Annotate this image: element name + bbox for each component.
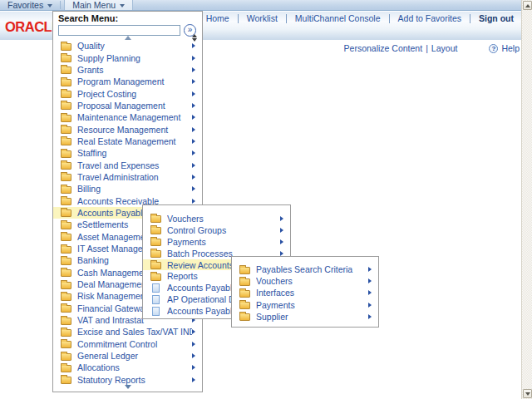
header-link-add-to-favorites[interactable]: Add to Favorites (398, 13, 461, 23)
page-icon (152, 283, 160, 293)
folder-icon (61, 209, 71, 217)
page-icon (152, 307, 160, 316)
menu-item-label: Maintenance Management (77, 112, 192, 122)
submenu-arrow-icon (192, 365, 195, 370)
folder-icon (61, 377, 71, 384)
scroll-down-button[interactable] (523, 389, 532, 398)
menu-item[interactable]: Staffing (53, 147, 202, 159)
personalize-content-link[interactable]: Personalize Content (344, 43, 423, 53)
submenu-arrow-icon (192, 175, 195, 180)
folder-icon (61, 102, 71, 110)
submenu-arrow-icon (192, 103, 195, 108)
menu-item[interactable]: General Ledger (53, 350, 202, 362)
menu-item[interactable]: Real Estate Management (53, 135, 202, 147)
review-accounts-payable-submenu: Payables Search CriteriaVouchersInterfac… (231, 256, 379, 328)
header-link-sign-out[interactable]: Sign out (479, 13, 514, 23)
folder-icon (61, 318, 71, 325)
peoplesoft-window: ORACLE HomeWorklistMultiChannel ConsoleA… (0, 0, 532, 399)
help-link[interactable]: ? Help (489, 43, 520, 53)
menu-item[interactable]: Excise and Sales Tax/VAT IND (53, 326, 202, 337)
menu-item-label: Vouchers (167, 214, 280, 224)
folder-icon (61, 115, 71, 122)
header-link-home[interactable]: Home (206, 13, 229, 23)
folder-icon (61, 282, 71, 289)
folder-icon (61, 246, 71, 254)
folder-icon (61, 269, 71, 277)
menu-search-input[interactable] (58, 25, 180, 36)
folder-icon (61, 91, 71, 98)
menu-item-label: Proposal Management (77, 101, 192, 111)
favorites-label: Favorites (7, 0, 43, 10)
menu-item[interactable]: Supplier (232, 311, 378, 323)
menu-item[interactable]: Payables Search Criteria (232, 264, 378, 275)
main-menu-tab[interactable]: Main Menu (64, 0, 133, 10)
menu-item[interactable]: Resource Management (53, 123, 202, 135)
folder-icon (61, 79, 71, 86)
menu-item-label: Supply Planning (77, 53, 192, 63)
folder-icon (61, 258, 71, 265)
menu-item[interactable]: Vouchers (143, 213, 290, 224)
menu-item[interactable]: Vouchers (232, 275, 378, 287)
menu-item[interactable]: Allocations (53, 362, 202, 373)
menubar-divider (60, 1, 61, 9)
folder-icon (239, 278, 250, 286)
scrollbar-down-arrow-icon (525, 392, 530, 396)
help-label: Help (501, 43, 520, 53)
submenu-arrow-icon (368, 303, 372, 308)
menu-item-label: General Ledger (77, 351, 192, 361)
menu-item[interactable]: Project Costing (53, 87, 202, 99)
submenu-arrow-icon (280, 228, 283, 233)
menu-item[interactable]: Statutory Reports (53, 374, 202, 386)
folder-icon (150, 239, 161, 246)
page-actions: Personalize Content | Layout ? Help (344, 43, 520, 53)
folder-icon (61, 66, 71, 74)
chevron-down-icon (47, 4, 52, 7)
folder-icon (61, 55, 71, 62)
menu-item[interactable]: Commitment Control (53, 338, 202, 350)
link-separator (238, 14, 239, 23)
menu-item-label: Statutory Reports (77, 375, 192, 385)
folder-icon (61, 162, 71, 170)
submenu-arrow-icon (280, 239, 283, 244)
folder-icon (61, 365, 71, 372)
vertical-scrollbar[interactable] (521, 0, 532, 399)
menu-item[interactable]: Control Groups (143, 224, 290, 236)
folder-icon (150, 215, 161, 223)
scroll-down-indicator[interactable] (53, 385, 202, 389)
submenu-arrow-icon (192, 353, 195, 358)
folder-icon (61, 222, 71, 229)
header-link-multichannel-console[interactable]: MultiChannel Console (295, 13, 381, 23)
folder-icon (150, 250, 161, 258)
menu-item-label: Resource Management (77, 125, 192, 135)
submenu-arrow-icon (192, 115, 195, 120)
top-menubar: Favorites Main Menu (0, 0, 532, 11)
menu-item[interactable]: Proposal Management (53, 100, 202, 111)
header-link-worklist[interactable]: Worklist (247, 13, 278, 23)
menu-item[interactable]: Billing (53, 183, 202, 195)
menu-item[interactable]: Payments (232, 299, 378, 311)
menu-item[interactable]: Program Management (53, 76, 202, 87)
submenu-arrow-icon (192, 186, 195, 191)
menu-item-label: Grants (77, 65, 192, 75)
folder-icon (239, 313, 250, 321)
menu-item[interactable]: Maintenance Management (53, 111, 202, 123)
submenu-arrow-icon (192, 329, 195, 334)
menu-item[interactable]: Supply Planning (53, 52, 202, 63)
menu-item[interactable]: Grants (53, 64, 202, 76)
menu-item[interactable]: Interfaces (232, 287, 378, 298)
page-icon (152, 295, 160, 304)
layout-link[interactable]: Layout (431, 43, 458, 53)
favorites-menu[interactable]: Favorites (0, 0, 60, 10)
menu-item-label: Control Groups (167, 225, 280, 235)
folder-icon (61, 329, 71, 337)
menu-item[interactable]: Travel and Expenses (53, 159, 202, 170)
submenu-arrow-icon (192, 43, 195, 48)
submenu-arrow-icon (368, 314, 372, 319)
folder-icon (61, 43, 71, 51)
submenu-arrow-icon (192, 91, 195, 96)
menu-item[interactable]: Payments (143, 236, 290, 248)
scroll-up-button[interactable] (523, 1, 532, 10)
menu-item[interactable]: Quality (53, 40, 202, 52)
help-icon: ? (489, 44, 498, 53)
menu-item[interactable]: Travel Administration (53, 171, 202, 183)
